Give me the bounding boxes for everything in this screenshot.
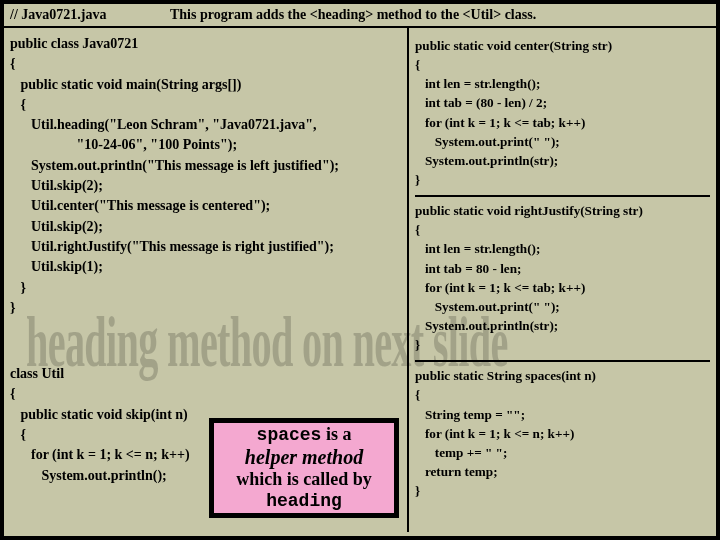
columns: public class Java0721 { public static vo…	[4, 28, 716, 532]
code-rightjustify-method: public static void rightJustify(String s…	[415, 197, 710, 362]
callout-emphasis: helper method	[245, 446, 363, 468]
slide: // Java0721.java This program adds the <…	[0, 0, 720, 540]
filename-label: // Java0721.java	[4, 4, 164, 26]
code-block: public static String spaces(int n) { Str…	[415, 366, 710, 500]
slide-description: This program adds the <heading> method t…	[164, 4, 716, 26]
callout-text-2: which is called by	[236, 469, 372, 489]
left-column: public class Java0721 { public static vo…	[4, 28, 409, 532]
code-block: public static void center(String str) { …	[415, 36, 710, 189]
header-bar: // Java0721.java This program adds the <…	[4, 4, 716, 28]
callout-box: spaces is a helper method which is calle…	[209, 418, 399, 518]
callout-code-word-1: spaces	[257, 425, 322, 445]
right-column: public static void center(String str) { …	[409, 28, 716, 532]
callout-code-word-2: heading	[266, 491, 342, 511]
code-spaces-method: public static String spaces(int n) { Str…	[415, 362, 710, 506]
code-main-class: public class Java0721 { public static vo…	[10, 34, 399, 318]
code-center-method: public static void center(String str) { …	[415, 32, 710, 197]
callout-text-1: is a	[321, 424, 351, 444]
code-block: public static void rightJustify(String s…	[415, 201, 710, 354]
